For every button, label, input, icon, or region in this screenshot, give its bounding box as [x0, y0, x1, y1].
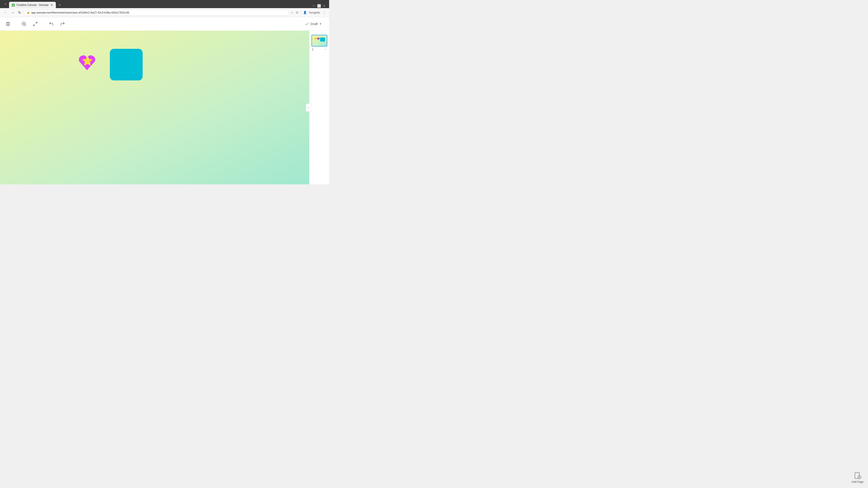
canvas-area[interactable]: ⭐ 🔊 Record Voice [0, 31, 309, 184]
refresh-btn[interactable]: ↻ [17, 9, 22, 15]
thumb-cyan-rect [320, 37, 325, 41]
tab-close-btn[interactable]: ✕ [51, 3, 53, 7]
nav-sep [301, 10, 301, 15]
zoom-in-btn[interactable] [21, 21, 27, 27]
tab-nav-btn[interactable]: ▼ [4, 2, 7, 6]
draft-label: Draft [311, 22, 318, 26]
app-toolbar: Draft ▼ [0, 17, 329, 31]
sidebar-toggle-btn[interactable]: › [306, 103, 311, 111]
active-tab[interactable]: S Creative Canvas - Seesaw ✕ [9, 2, 56, 8]
new-tab-btn[interactable]: + [57, 2, 63, 8]
maximize-btn[interactable]: ⬜ [317, 4, 321, 8]
nav-extras: ☆ ⊡ 👤 Incognito ⋮ [291, 10, 327, 15]
back-btn[interactable]: ← [3, 10, 8, 15]
toolbar-sep-1 [16, 21, 16, 27]
extensions-icon[interactable]: ⊡ [296, 11, 298, 14]
app-window: ▼ S Creative Canvas - Seesaw ✕ + ─ ⬜ ✕ ←… [0, 0, 329, 184]
page-thumbnail[interactable]: 💛💜 1 ··· [311, 35, 327, 51]
toolbar-right: Draft ▼ [302, 20, 324, 28]
delete-btn[interactable] [4, 21, 11, 27]
undo-btn[interactable] [48, 21, 55, 27]
tab-title: Creative Canvas - Seesaw [17, 3, 49, 6]
minimize-btn[interactable]: ─ [312, 3, 315, 8]
profile-icon[interactable]: 👤 [303, 11, 307, 14]
draft-chevron-icon: ▼ [319, 22, 322, 26]
tab-favicon: S [12, 4, 15, 6]
page-info: 1 ··· [311, 46, 327, 51]
star-emoji: ⭐ [82, 56, 93, 65]
page-more-btn[interactable]: ··· [324, 47, 327, 51]
toolbar-left [4, 21, 66, 27]
page-thumb-image: 💛💜 [311, 35, 327, 46]
close-btn[interactable]: ✕ [323, 4, 326, 8]
fit-btn[interactable] [32, 21, 39, 27]
right-sidebar: › 💛💜 1 ··· [309, 31, 329, 184]
main-layout: ⭐ 🔊 Record Voice [0, 31, 329, 184]
cyan-rectangle[interactable] [110, 49, 143, 80]
canvas-background: ⭐ [0, 31, 309, 184]
bookmark-icon[interactable]: ☆ [291, 11, 293, 14]
tab-bar: ▼ S Creative Canvas - Seesaw ✕ + ─ ⬜ ✕ [0, 0, 329, 8]
page-number: 1 [312, 48, 313, 51]
thumb-star-heart: 💛💜 [314, 37, 320, 40]
svg-line-5 [33, 24, 35, 26]
svg-line-4 [36, 22, 37, 23]
redo-btn[interactable] [59, 21, 66, 27]
star-heart-element[interactable]: ⭐ [77, 52, 97, 72]
incognito-label: Incognito [309, 11, 320, 14]
address-bar[interactable]: 🔒 app.seesaw.me/#/item/new/class/class.e… [24, 10, 289, 15]
svg-line-1 [25, 25, 26, 26]
content-area: ⭐ 🔊 Record Voice [0, 31, 329, 184]
menu-icon[interactable]: ⋮ [322, 10, 327, 15]
url-text: app.seesaw.me/#/item/new/class/class.e01… [31, 11, 129, 14]
draft-btn[interactable]: Draft ▼ [302, 20, 324, 28]
toolbar-sep-2 [43, 21, 43, 27]
nav-bar: ← → ↻ 🔒 app.seesaw.me/#/item/new/class/c… [0, 8, 329, 17]
forward-btn[interactable]: → [10, 10, 16, 15]
